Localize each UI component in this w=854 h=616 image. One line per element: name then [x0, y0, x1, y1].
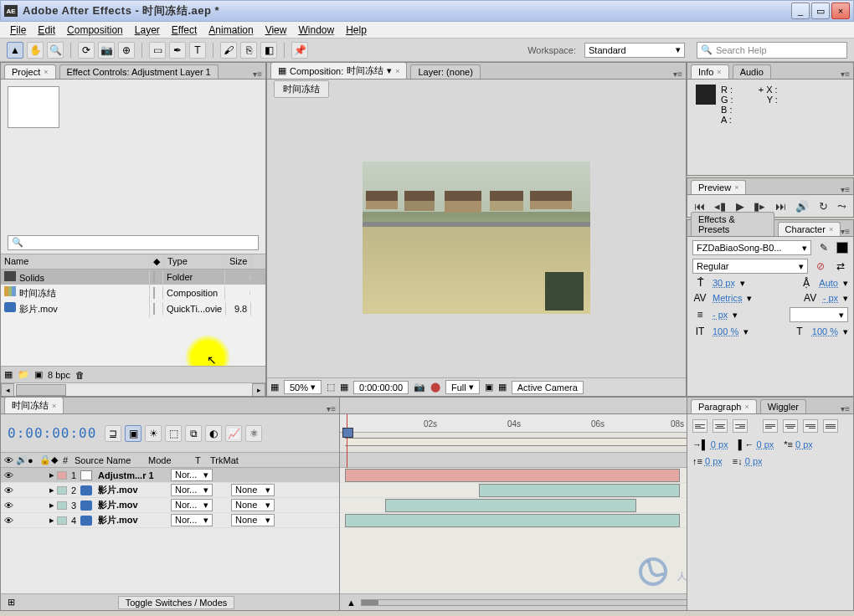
expand-icon[interactable]: ⊞	[8, 597, 15, 608]
eyedropper-icon[interactable]: ✎	[816, 242, 831, 254]
indent-right[interactable]: 0 px	[757, 439, 774, 449]
col-source[interactable]: Source Name	[71, 455, 145, 465]
project-row[interactable]: 时间冻结 Composition	[1, 285, 265, 301]
space-before[interactable]: 0 px	[705, 456, 723, 466]
tab-wiggler[interactable]: Wiggler	[760, 399, 806, 413]
label-color[interactable]	[153, 271, 155, 283]
menu-help[interactable]: Help	[341, 23, 372, 38]
rotation-tool[interactable]: ⟳	[78, 42, 95, 59]
eraser-tool[interactable]: ◧	[260, 42, 277, 59]
puppet-tool[interactable]: 📌	[291, 42, 308, 59]
visibility-toggle[interactable]: 👁	[4, 516, 14, 526]
zoom-slider[interactable]	[362, 600, 378, 605]
tab-audio[interactable]: Audio	[733, 64, 771, 79]
label-color[interactable]	[57, 516, 67, 525]
menu-edit[interactable]: Edit	[33, 23, 60, 38]
motion-blur-icon[interactable]: ◐	[205, 425, 222, 442]
h-scrollbar[interactable]: ◂ ▸	[1, 382, 265, 396]
selection-tool[interactable]: ▲	[7, 42, 23, 59]
align-left-button[interactable]	[692, 419, 707, 433]
tracking[interactable]: - px	[823, 293, 838, 303]
search-help[interactable]: 🔍 Search Help	[697, 42, 847, 59]
blend-mode-select[interactable]: Nor...▾	[171, 469, 213, 481]
blend-mode-select[interactable]: Nor...▾	[171, 484, 213, 496]
menu-layer[interactable]: Layer	[130, 23, 165, 38]
panel-menu-icon[interactable]: ▾≡	[841, 404, 850, 413]
close-button[interactable]: ×	[831, 3, 850, 19]
menu-window[interactable]: Window	[293, 23, 339, 38]
camera-select[interactable]: Active Camera	[512, 381, 584, 394]
brainstorm-icon[interactable]: ⚛	[245, 425, 262, 442]
layer-row[interactable]: 👁 ▸ 4 影片.mov Nor...▾ None▾	[1, 513, 339, 528]
tab-composition[interactable]: ▦Composition: 时间冻结▾×	[270, 62, 407, 79]
trkmat-select[interactable]: None▾	[231, 499, 275, 511]
fill-color[interactable]	[836, 242, 848, 254]
trkmat-select[interactable]: None▾	[231, 484, 275, 496]
menu-file[interactable]: File	[5, 23, 31, 38]
bpc-button[interactable]: 8 bpc	[48, 370, 70, 380]
no-fill-icon[interactable]: ⊘	[813, 260, 828, 272]
comp-breadcrumb[interactable]: 时间冻结	[274, 80, 329, 98]
align-right-button[interactable]	[733, 419, 748, 433]
timecode[interactable]: 0:00:00:00	[8, 425, 96, 441]
project-row[interactable]: Solids Folder	[1, 270, 265, 285]
align-center-button[interactable]	[713, 419, 728, 433]
indent-left[interactable]: 0 px	[711, 439, 728, 449]
tab-project[interactable]: Project×	[4, 64, 56, 79]
time-display[interactable]: 0:00:00:00	[353, 381, 409, 394]
layer-duration-bar[interactable]	[345, 469, 680, 482]
space-after[interactable]: 0 px	[745, 456, 763, 466]
zoom-tool[interactable]: 🔍	[47, 42, 64, 59]
menu-composition[interactable]: Composition	[62, 23, 128, 38]
col-trkmat[interactable]: TrkMat	[207, 455, 254, 465]
col-tag[interactable]: ◆	[150, 254, 164, 269]
label-color[interactable]	[153, 287, 155, 299]
channel-icon[interactable]: ⬤	[430, 382, 440, 393]
stroke-style[interactable]: ▾	[790, 307, 848, 322]
toggle-switches-button[interactable]: Toggle Switches / Modes	[118, 596, 235, 609]
panel-menu-icon[interactable]: ▾≡	[253, 69, 262, 79]
layer-row[interactable]: 👁 ▸ 2 影片.mov Nor...▾ None▾	[1, 483, 339, 498]
prev-frame-button[interactable]: ◂▮	[714, 200, 726, 213]
col-size[interactable]: Size	[226, 254, 251, 269]
visibility-toggle[interactable]: 👁	[4, 501, 14, 511]
tab-effect-controls[interactable]: Effect Controls: Adjustment Layer 1	[59, 64, 219, 79]
play-button[interactable]: ▶	[736, 200, 744, 213]
layer-row[interactable]: 👁 ▸ 1 Adjustm...r 1 Nor...▾	[1, 468, 339, 483]
project-list[interactable]: Solids Folder 时间冻结 Composition 影片.mov Qu…	[1, 270, 265, 367]
tab-layer[interactable]: Layer: (none)	[410, 64, 480, 79]
viewer[interactable]	[267, 98, 686, 377]
justify-all-button[interactable]	[823, 419, 838, 433]
new-comp-icon[interactable]: ▣	[34, 369, 43, 380]
mute-button[interactable]: 🔊	[795, 200, 809, 213]
loop-button[interactable]: ↻	[819, 200, 828, 213]
comp-button[interactable]: ▣	[125, 425, 141, 442]
project-search[interactable]: 🔍	[8, 235, 259, 250]
camera-tool[interactable]: 📷	[98, 42, 115, 59]
hand-tool[interactable]: ✋	[27, 42, 44, 59]
stroke-width[interactable]: - px	[713, 310, 728, 320]
vertical-scale[interactable]: 100 %	[713, 326, 738, 336]
type-tool[interactable]: T	[189, 42, 206, 59]
justify-left-button[interactable]	[763, 419, 778, 433]
workspace-select[interactable]: Standard ▾	[584, 43, 685, 58]
layer-duration-bar[interactable]	[479, 484, 680, 497]
visibility-toggle[interactable]: 👁	[4, 470, 14, 480]
pan-behind-tool[interactable]: ⊕	[118, 42, 135, 59]
panel-menu-icon[interactable]: ▾≡	[841, 227, 850, 236]
grid-icon[interactable]: ▦	[270, 382, 279, 393]
visibility-toggle[interactable]: 👁	[4, 485, 14, 495]
justify-center-button[interactable]	[783, 419, 798, 433]
minimize-button[interactable]: _	[791, 3, 810, 19]
panel-menu-icon[interactable]: ▾≡	[327, 404, 336, 413]
font-size[interactable]: 30 px	[713, 278, 735, 288]
tab-character[interactable]: Character×	[778, 222, 841, 236]
menu-view[interactable]: View	[260, 23, 292, 38]
blend-mode-select[interactable]: Nor...▾	[171, 514, 213, 526]
trkmat-select[interactable]: None▾	[231, 514, 275, 526]
tab-paragraph[interactable]: Paragraph×	[691, 399, 757, 413]
layer-duration-bar[interactable]	[385, 499, 636, 512]
tab-preview[interactable]: Preview×	[691, 180, 746, 194]
new-folder-icon[interactable]: 📁	[18, 369, 29, 380]
zoom-select[interactable]: 50%▾	[284, 380, 322, 394]
